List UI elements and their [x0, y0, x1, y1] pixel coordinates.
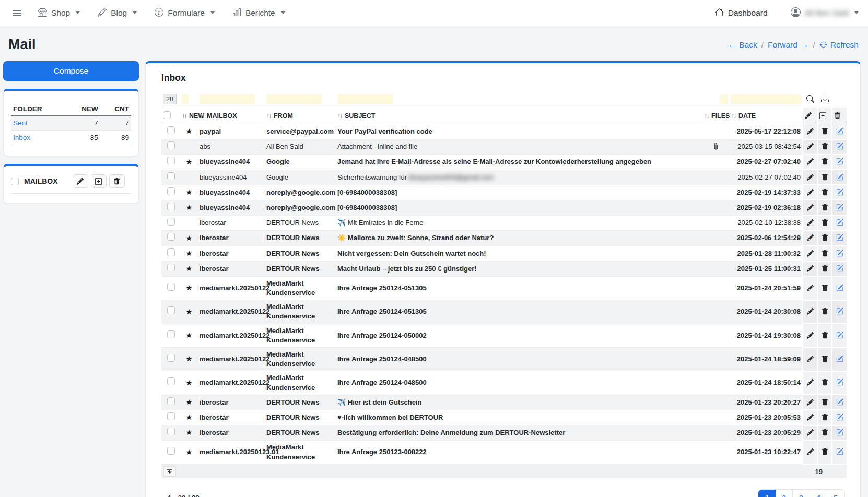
- email-subject[interactable]: [0-6984000038308]: [336, 200, 702, 215]
- email-subject[interactable]: Sicherheitswarnung für blueyassine404@gm…: [336, 170, 702, 185]
- row-open-button[interactable]: [832, 216, 847, 231]
- email-subject[interactable]: [0-6984000038308]: [336, 185, 702, 200]
- folder-link-sent[interactable]: Sent: [13, 119, 28, 127]
- hamburger-menu-icon[interactable]: [13, 13, 21, 14]
- email-subject[interactable]: ✈️ Mit Emirates in die Ferne: [336, 216, 702, 231]
- filter-from-input[interactable]: [266, 94, 322, 104]
- email-subject[interactable]: Ihre Anfrage 250124-048500: [336, 348, 702, 371]
- row-open-button[interactable]: [832, 124, 847, 139]
- nav-menu-shop[interactable]: Shop: [38, 8, 80, 18]
- row-checkbox[interactable]: [167, 283, 175, 291]
- star-icon[interactable]: ★: [186, 264, 193, 273]
- row-delete-button[interactable]: [817, 441, 832, 464]
- filter-date-input[interactable]: [731, 94, 801, 104]
- download-icon[interactable]: [821, 96, 829, 103]
- row-delete-button[interactable]: [817, 246, 832, 261]
- row-checkbox[interactable]: [167, 218, 175, 226]
- filter-files-input[interactable]: [720, 94, 728, 104]
- row-edit-button[interactable]: [803, 425, 817, 441]
- column-header-new[interactable]: NEW: [180, 108, 198, 124]
- row-edit-button[interactable]: [803, 276, 817, 300]
- row-open-button[interactable]: [832, 425, 847, 441]
- column-header-mailbox[interactable]: MAILBOX: [198, 108, 265, 124]
- row-delete-button[interactable]: [817, 200, 832, 215]
- star-icon[interactable]: ★: [186, 188, 193, 196]
- row-edit-button[interactable]: [803, 410, 817, 425]
- page-button-1[interactable]: 1: [758, 490, 776, 497]
- row-delete-button[interactable]: [817, 124, 832, 139]
- star-icon[interactable]: ★: [186, 249, 193, 257]
- page-button-4[interactable]: 4: [810, 490, 827, 497]
- email-subject[interactable]: Ihre Anfrage 250124-051305: [336, 300, 702, 324]
- row-edit-button[interactable]: [803, 200, 817, 215]
- email-subject[interactable]: Bestätigung erforderlich: Deine Anmeldun…: [336, 425, 702, 441]
- row-edit-button[interactable]: [803, 348, 817, 371]
- row-open-button[interactable]: [832, 410, 847, 425]
- forward-link[interactable]: Forward →: [768, 40, 808, 50]
- star-icon[interactable]: ★: [186, 283, 193, 292]
- row-open-button[interactable]: [832, 300, 847, 324]
- email-subject[interactable]: Attachment - inline and file: [336, 139, 702, 155]
- email-subject[interactable]: Jemand hat Ihre E-Mail-Adresse als seine…: [336, 155, 702, 170]
- folder-link-inbox[interactable]: Inbox: [13, 134, 30, 141]
- page-button-3[interactable]: 3: [793, 490, 810, 497]
- row-delete-button[interactable]: [817, 170, 832, 185]
- email-subject[interactable]: ✈️ Hier ist dein Gutschein: [336, 395, 702, 410]
- row-checkbox[interactable]: [167, 330, 175, 338]
- nav-menu-blog[interactable]: Blog: [98, 8, 137, 18]
- refresh-link[interactable]: Refresh: [819, 40, 859, 50]
- email-subject[interactable]: Ihre Anfrage 250124-050002: [336, 324, 702, 347]
- row-delete-button[interactable]: [817, 425, 832, 441]
- filter-new-input[interactable]: [182, 94, 189, 104]
- row-edit-button[interactable]: [803, 216, 817, 231]
- email-subject[interactable]: Your PayPal verification code: [336, 124, 702, 139]
- filter-subject-input[interactable]: [337, 94, 393, 104]
- email-subject[interactable]: Ihre Anfrage 250123-008222: [336, 441, 702, 464]
- row-open-button[interactable]: [832, 324, 847, 347]
- row-open-button[interactable]: [832, 200, 847, 215]
- row-checkbox[interactable]: [167, 141, 175, 149]
- row-edit-button[interactable]: [803, 261, 817, 276]
- bulk-add-button[interactable]: [817, 108, 832, 124]
- row-checkbox[interactable]: [167, 172, 175, 180]
- row-checkbox[interactable]: [167, 157, 175, 164]
- nav-menu-formulare[interactable]: Formulare: [155, 8, 215, 18]
- star-icon[interactable]: ★: [186, 398, 193, 406]
- mailbox-add-button[interactable]: [91, 174, 107, 188]
- star-icon[interactable]: ★: [186, 127, 193, 135]
- row-edit-button[interactable]: [803, 300, 817, 324]
- bulk-delete-button[interactable]: [832, 108, 847, 124]
- row-open-button[interactable]: [832, 139, 847, 155]
- star-icon[interactable]: ★: [186, 331, 193, 339]
- row-edit-button[interactable]: [803, 170, 817, 185]
- row-edit-button[interactable]: [803, 124, 817, 139]
- column-header-date[interactable]: DATE: [730, 108, 803, 124]
- row-edit-button[interactable]: [803, 231, 817, 246]
- bulk-edit-button[interactable]: [803, 108, 817, 124]
- row-delete-button[interactable]: [817, 185, 832, 200]
- star-icon[interactable]: ★: [186, 428, 193, 436]
- mailbox-select-all-checkbox[interactable]: [11, 178, 19, 185]
- row-delete-button[interactable]: [817, 300, 832, 324]
- row-checkbox[interactable]: [167, 412, 175, 420]
- search-icon[interactable]: [806, 96, 814, 103]
- row-edit-button[interactable]: [803, 155, 817, 170]
- row-delete-button[interactable]: [817, 216, 832, 231]
- star-icon[interactable]: ★: [186, 354, 193, 363]
- row-delete-button[interactable]: [817, 348, 832, 371]
- row-delete-button[interactable]: [817, 139, 832, 155]
- page-button-5[interactable]: 5: [827, 490, 844, 497]
- row-open-button[interactable]: [832, 246, 847, 261]
- row-delete-button[interactable]: [817, 276, 832, 300]
- dashboard-link[interactable]: Dashboard: [715, 8, 768, 18]
- email-subject[interactable]: Ihre Anfrage 250124-048500: [336, 371, 702, 395]
- row-open-button[interactable]: [832, 371, 847, 395]
- row-open-button[interactable]: [832, 348, 847, 371]
- row-edit-button[interactable]: [803, 139, 817, 155]
- page-button-2[interactable]: 2: [776, 490, 793, 497]
- row-delete-button[interactable]: [817, 371, 832, 395]
- row-open-button[interactable]: [832, 170, 847, 185]
- row-checkbox[interactable]: [167, 306, 175, 314]
- row-delete-button[interactable]: [817, 410, 832, 425]
- mailbox-edit-button[interactable]: [73, 174, 88, 188]
